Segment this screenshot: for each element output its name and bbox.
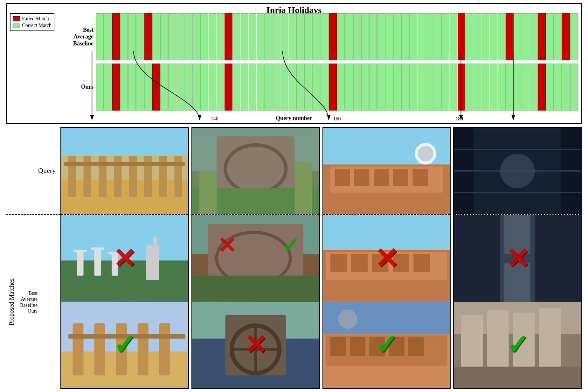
bar-row2-40 xyxy=(418,64,425,111)
bar-row2-43 xyxy=(441,64,449,111)
bar-row2-20 xyxy=(257,64,264,111)
bar-row1-31 xyxy=(345,13,353,60)
baseline-img-3: ✕ xyxy=(323,215,450,301)
bar-row2-22 xyxy=(273,64,280,111)
bar-row2-32 xyxy=(353,64,361,111)
bar-row2-3 xyxy=(120,64,128,111)
bar-row2-23 xyxy=(281,64,288,111)
bar-row2-48 xyxy=(482,64,489,111)
bar-row1-42 xyxy=(433,13,441,60)
main-container: Inria Holidays Failed Match Correct Matc… xyxy=(0,0,588,392)
ours-sub-label: Ours xyxy=(28,308,39,314)
bar-row2-11 xyxy=(184,64,192,111)
bar-row1-18 xyxy=(241,13,248,60)
bar-row1-29 xyxy=(329,13,337,60)
bar-row1-43 xyxy=(441,13,449,60)
bar-row1-33 xyxy=(361,13,369,60)
bar-row2-35 xyxy=(377,64,385,111)
svg-rect-9 xyxy=(159,154,167,197)
legend-failed: Failed Match xyxy=(13,16,52,22)
bar-row1-17 xyxy=(233,13,240,60)
bar-row1-32 xyxy=(353,13,361,60)
svg-rect-12 xyxy=(61,128,188,156)
bar-row1-6 xyxy=(144,13,152,60)
bar-row1-55 xyxy=(538,13,546,60)
bar-row1-10 xyxy=(176,13,184,60)
bars-row1 xyxy=(96,13,578,60)
failed-label: Failed Match xyxy=(22,16,49,22)
correct-label: Correct Match xyxy=(22,23,52,28)
bar-row2-53 xyxy=(522,64,529,111)
bar-row1-47 xyxy=(474,13,481,60)
bar-row1-13 xyxy=(200,13,208,60)
svg-rect-6 xyxy=(114,154,122,197)
ours-img-1: ✓ xyxy=(61,302,188,388)
svg-rect-3 xyxy=(68,154,76,197)
bar-row2-19 xyxy=(249,64,256,111)
bar-row1-53 xyxy=(522,13,529,60)
svg-rect-58 xyxy=(374,169,389,186)
bar-row1-51 xyxy=(506,13,514,60)
bar-row1-23 xyxy=(281,13,288,60)
bar-row1-3 xyxy=(120,13,128,60)
bar-row2-49 xyxy=(490,64,497,111)
legend-correct: Correct Match xyxy=(13,23,52,28)
bar-row2-31 xyxy=(345,64,353,111)
bar-row2-5 xyxy=(136,64,144,111)
svg-rect-56 xyxy=(335,169,350,186)
baseline-img-1: ✕ xyxy=(61,215,188,301)
bar-row1-22 xyxy=(273,13,280,60)
bar-row2-44 xyxy=(450,64,457,111)
bar-row1-15 xyxy=(217,13,224,60)
left-labels-area: Query Proposed Matches BestAverageBaseli… xyxy=(6,127,60,389)
bar-row2-54 xyxy=(530,64,537,111)
bottom-section: Query Proposed Matches BestAverageBaseli… xyxy=(6,127,582,389)
bar-row2-17 xyxy=(233,64,240,111)
bar-row1-40 xyxy=(418,13,425,60)
x-label-180: 180 xyxy=(455,116,463,122)
bar-row1-16 xyxy=(225,13,232,60)
query-label: Query xyxy=(6,127,60,214)
query-img-4 xyxy=(454,128,581,214)
x-label-160: 160 xyxy=(333,116,341,122)
bar-row1-48 xyxy=(482,13,489,60)
bar-row1-59 xyxy=(570,13,578,60)
bar-row1-28 xyxy=(321,13,329,60)
bar-row1-24 xyxy=(289,13,296,60)
baseline-mark-4: ✕ xyxy=(454,215,581,301)
proposed-matches-label: Proposed Matches xyxy=(6,277,17,327)
sub-labels: BestAverageBaseline Ours xyxy=(17,290,39,314)
bar-row1-49 xyxy=(490,13,497,60)
bar-row2-2 xyxy=(112,64,120,111)
bar-row1-34 xyxy=(369,13,377,60)
bar-row2-45 xyxy=(458,64,465,111)
bar-row2-37 xyxy=(393,64,401,111)
bar-row2-47 xyxy=(474,64,481,111)
bar-row1-25 xyxy=(297,13,305,60)
image-column-4: ✕ ✓ xyxy=(453,127,582,389)
svg-rect-39 xyxy=(294,162,312,214)
bar-row2-7 xyxy=(152,64,160,111)
row1-label: BestAverageBaseline xyxy=(67,27,96,47)
image-column-3: ✕ xyxy=(322,127,451,389)
bar-row1-30 xyxy=(337,13,345,60)
ours-img-2: ✕ xyxy=(192,302,319,388)
red-x-mark-1: ✕ xyxy=(113,243,136,274)
image-column-1: ✕ ✓ xyxy=(60,127,189,389)
bar-row2-21 xyxy=(265,64,273,111)
baseline-mark-3: ✕ xyxy=(323,215,450,301)
svg-rect-5 xyxy=(99,154,107,197)
bar-row2-50 xyxy=(498,64,505,111)
bar-row2-6 xyxy=(144,64,152,111)
x-label-140: 140 xyxy=(211,116,218,122)
image-columns: ✕ ✓ xyxy=(60,127,582,389)
red-x-mark-2b: ✕ xyxy=(244,329,267,361)
bar-row2-25 xyxy=(297,64,305,111)
bar-row1-38 xyxy=(401,13,409,60)
bar-row2-9 xyxy=(168,64,176,111)
bar-row2-34 xyxy=(369,64,377,111)
ours-mark-4: ✓ xyxy=(454,302,581,388)
bar-row2-29 xyxy=(329,64,337,111)
green-check-mark-1: ✓ xyxy=(113,329,136,361)
chart-section: Inria Holidays Failed Match Correct Matc… xyxy=(6,3,582,124)
